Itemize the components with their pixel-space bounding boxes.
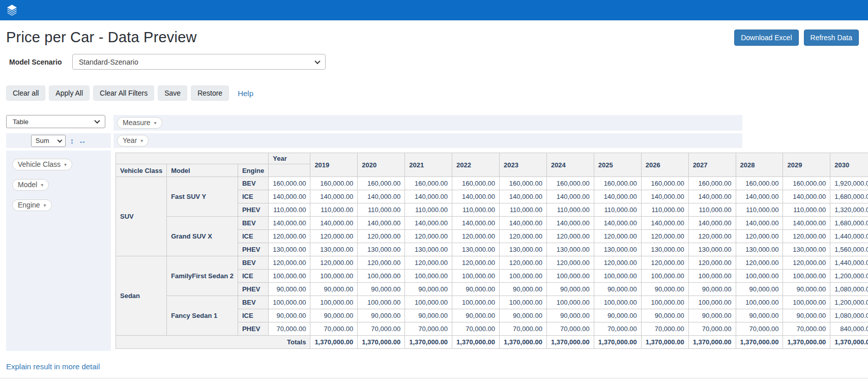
attribute-pill-label: Measure	[123, 119, 150, 127]
help-link[interactable]: Help	[238, 89, 253, 98]
value-cell: 140,000.00	[688, 217, 736, 230]
attribute-pill-vehicle-class[interactable]: Vehicle Class▾	[12, 159, 72, 170]
engine-row-header: ICE	[238, 309, 268, 322]
value-cell: 90,000.00	[594, 309, 641, 322]
toolbar-button-save[interactable]: Save	[158, 85, 187, 101]
refresh-data-button[interactable]: Refresh Data	[804, 29, 859, 46]
renderer-selected-value: Table	[7, 118, 43, 126]
row-total-cell: 1,440,000.00	[830, 230, 868, 243]
value-cell: 90,000.00	[452, 309, 500, 322]
value-cell: 120,000.00	[452, 256, 500, 270]
value-cell: 120,000.00	[358, 256, 405, 270]
value-cell: 130,000.00	[641, 243, 688, 256]
attribute-pill-label: Vehicle Class	[18, 160, 61, 168]
value-cell: 140,000.00	[405, 190, 452, 203]
value-cell: 140,000.00	[736, 190, 783, 203]
scenario-row: Model Scenario Standard-Szenario	[9, 54, 868, 70]
pivot-renderer-cell: Table	[6, 115, 111, 131]
column-attributes-bar: Year▾	[113, 133, 742, 148]
value-cell: 140,000.00	[452, 190, 500, 203]
value-cell: 90,000.00	[310, 309, 358, 322]
pivot-table: Year201920202021202220232024202520262027…	[115, 153, 868, 349]
value-cell: 130,000.00	[269, 243, 310, 256]
column-total-cell: 1,370,000.00	[688, 336, 736, 349]
download-excel-button[interactable]: Download Excel	[734, 29, 798, 46]
value-cell: 90,000.00	[452, 283, 500, 296]
value-cell: 130,000.00	[358, 243, 405, 256]
value-cell: 120,000.00	[594, 256, 641, 270]
value-cell: 140,000.00	[405, 217, 452, 230]
attribute-pill-year[interactable]: Year▾	[117, 135, 149, 146]
row-total-cell: 1,440,000.00	[830, 256, 868, 270]
value-cell: 130,000.00	[783, 243, 830, 256]
engine-row-header: BEV	[238, 177, 268, 190]
row-total-cell: 1,200,000.00	[830, 296, 868, 309]
attribute-pill-measure[interactable]: Measure▾	[117, 117, 162, 129]
pivot-header-spacer-cell	[116, 153, 269, 164]
move-values-horizontal-arrow-icon[interactable]: ↔	[78, 137, 86, 144]
value-cell: 100,000.00	[688, 296, 736, 309]
table-row: SUVFast SUV YBEV160,000.00160,000.00160,…	[116, 177, 868, 190]
value-cell: 160,000.00	[641, 177, 688, 190]
value-cell: 100,000.00	[500, 270, 547, 283]
toolbar-button-apply-all[interactable]: Apply All	[49, 85, 90, 101]
value-cell: 160,000.00	[269, 177, 310, 190]
chevron-down-icon	[314, 58, 320, 64]
value-cell: 100,000.00	[269, 270, 310, 283]
value-cell: 130,000.00	[546, 243, 594, 256]
column-total-cell: 1,370,000.00	[546, 336, 594, 349]
model-row-header: Fast SUV Y	[167, 177, 238, 217]
value-cell: 100,000.00	[546, 270, 594, 283]
dropdown-triangle-icon: ▾	[44, 202, 46, 208]
year-column-header: 2019	[310, 153, 358, 177]
value-cell: 140,000.00	[783, 190, 830, 203]
value-cell: 120,000.00	[452, 230, 500, 243]
year-column-header: 2029	[783, 153, 830, 177]
value-cell: 100,000.00	[310, 296, 358, 309]
value-cell: 90,000.00	[405, 283, 452, 296]
engine-row-header: PHEV	[238, 203, 268, 217]
year-column-header: 2026	[641, 153, 688, 177]
value-cell: 70,000.00	[546, 322, 594, 336]
year-column-header: 2023	[500, 153, 547, 177]
value-cell: 110,000.00	[641, 203, 688, 217]
value-cell: 110,000.00	[405, 203, 452, 217]
value-cell: 110,000.00	[546, 203, 594, 217]
value-cell: 140,000.00	[269, 190, 310, 203]
value-cell: 160,000.00	[594, 177, 641, 190]
year-column-header: 2028	[736, 153, 783, 177]
pivot-ui: Table Measure▾ Sum ↕ ↔ Year▾ Vehicle Cla…	[6, 115, 742, 351]
column-axis-label: Year	[269, 153, 310, 164]
value-cell: 120,000.00	[594, 230, 641, 243]
model-scenario-select[interactable]: Standard-Szenario	[72, 54, 326, 70]
table-row: SedanFamilyFirst Sedan 2BEV120,000.00120…	[116, 256, 868, 270]
totals-row-label: Totals	[116, 336, 310, 349]
renderer-select[interactable]: Table	[6, 115, 105, 128]
attribute-pill-engine[interactable]: Engine▾	[12, 199, 52, 211]
value-cell: 90,000.00	[594, 283, 641, 296]
toolbar-button-clear-all[interactable]: Clear all	[6, 85, 45, 101]
engine-row-header: BEV	[238, 256, 268, 270]
layers-logo-icon[interactable]	[5, 4, 19, 17]
move-values-vertical-arrow-icon[interactable]: ↕	[70, 137, 74, 144]
value-cell: 140,000.00	[736, 217, 783, 230]
value-cell: 70,000.00	[688, 322, 736, 336]
year-column-header: 2027	[688, 153, 736, 177]
value-cell: 110,000.00	[736, 203, 783, 217]
value-cell: 110,000.00	[452, 203, 500, 217]
year-column-header: 2024	[546, 153, 594, 177]
explain-result-link[interactable]: Explain result in more detail	[6, 362, 100, 371]
value-cell: 100,000.00	[783, 270, 830, 283]
toolbar-button-clear-all-filters[interactable]: Clear All Filters	[93, 85, 154, 101]
value-cell: 120,000.00	[688, 230, 736, 243]
value-cell: 110,000.00	[500, 203, 547, 217]
value-cell: 130,000.00	[594, 243, 641, 256]
dropdown-triangle-icon: ▾	[41, 182, 43, 188]
toolbar-button-restore[interactable]: Restore	[191, 85, 229, 101]
engine-row-header: PHEV	[238, 322, 268, 336]
column-total-cell: 1,370,000.00	[358, 336, 405, 349]
attribute-pill-model[interactable]: Model▾	[12, 179, 49, 191]
value-cell: 160,000.00	[452, 177, 500, 190]
aggregator-select[interactable]: Sum	[31, 135, 66, 147]
value-cell: 70,000.00	[452, 322, 500, 336]
